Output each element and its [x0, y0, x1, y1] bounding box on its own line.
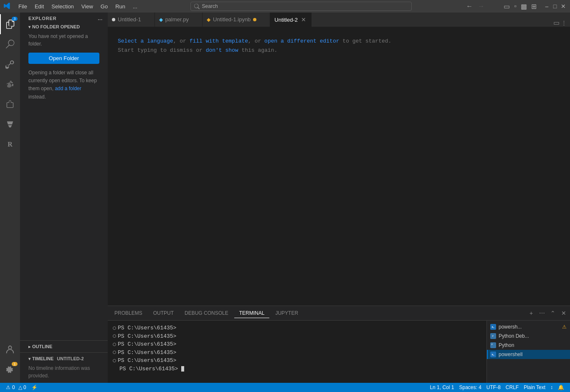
terminal-instance-2[interactable]: P Python Deb... — [487, 331, 570, 341]
toggle-sidebar-btn[interactable]: ▭ — [502, 2, 512, 11]
sidebar-more-actions[interactable]: ... — [98, 16, 103, 21]
sidebar-item-settings[interactable]: 1 — [0, 359, 20, 379]
tab-problems[interactable]: PROBLEMS — [109, 309, 147, 318]
sidebar-item-extensions[interactable] — [0, 94, 20, 114]
sidebar-item-search[interactable] — [0, 34, 20, 54]
main-layout: 3 R 1 EXPLORER — [0, 13, 570, 383]
tab-more-actions[interactable]: ⋮ — [561, 20, 567, 26]
terminal-line-2: PS C:\Users\61435> — [113, 332, 481, 341]
no-folder-section[interactable]: ▾ NO FOLDER OPENED — [20, 23, 108, 31]
close-button[interactable]: ✕ — [560, 3, 567, 10]
open-different-editor-link[interactable]: open a different editor — [264, 38, 339, 44]
tab-terminal[interactable]: TERMINAL — [234, 309, 270, 318]
python-icon: P — [490, 342, 496, 348]
terminal-more-btn[interactable]: ⋯ — [537, 309, 547, 318]
menu-view[interactable]: View — [78, 3, 96, 10]
tab-dot-untitled-1 — [112, 18, 115, 21]
select-language-link[interactable]: Select a language — [118, 38, 173, 44]
status-eol[interactable]: CRLF — [503, 384, 521, 390]
settings-badge: 1 — [12, 362, 18, 366]
split-editor-button[interactable]: ▭ — [553, 19, 560, 27]
tab-label-untitled-1: Untitled-1 — [118, 16, 141, 23]
status-ln-col[interactable]: Ln 1, Col 1 — [427, 384, 456, 390]
menu-edit[interactable]: Edit — [31, 3, 47, 10]
terminal-instance-label-3: Python — [499, 342, 514, 348]
toggle-editor-btn[interactable]: ▩ — [519, 2, 529, 11]
no-folder-message: You have not yet opened a folder. — [20, 31, 108, 51]
sidebar-item-source-control[interactable] — [0, 54, 20, 74]
tab-jupyter[interactable]: JUPYTER — [270, 309, 303, 318]
menu-file[interactable]: File — [15, 3, 30, 10]
bell-icon: 🔔 — [558, 384, 564, 390]
timeline-section-header[interactable]: ▾ TIMELINE Untitled-2 — [20, 354, 108, 363]
menu-more[interactable]: ... — [129, 3, 141, 10]
nav-back[interactable]: ← — [464, 3, 474, 10]
status-spaces[interactable]: Spaces: 4 — [456, 384, 484, 390]
tab-palmer-py[interactable]: ◆ palmer.py ✕ — [155, 13, 203, 27]
active-indicator — [487, 350, 488, 359]
terminal-instance-label-4: powershell — [499, 352, 522, 357]
terminal-instance-3[interactable]: P Python — [487, 341, 570, 350]
sidebar-title: EXPLORER — [28, 16, 57, 21]
add-folder-link[interactable]: add a folder — [55, 86, 81, 91]
status-language[interactable]: Plain Text — [521, 384, 548, 390]
sidebar-item-explorer[interactable]: 3 — [0, 14, 20, 34]
status-notifications[interactable]: 🔔 — [555, 384, 567, 390]
status-indent[interactable]: ↕ — [548, 384, 555, 390]
menu-selection[interactable]: Selection — [48, 3, 77, 10]
status-encoding[interactable]: UTF-8 — [484, 384, 503, 390]
terminal-instance-4[interactable]: powershell — [487, 350, 570, 359]
sidebar-item-testing[interactable] — [0, 114, 20, 134]
opening-info: Opening a folder will close all currentl… — [20, 66, 108, 104]
tab-close-untitled-2[interactable]: ✕ — [300, 16, 307, 23]
terminal-maximize-btn[interactable]: ⌃ — [548, 309, 557, 318]
terminal-line-4: PS C:\Users\61435> — [113, 349, 481, 357]
timeline-label: TIMELINE — [32, 356, 53, 361]
tab-debug-console[interactable]: DEBUG CONSOLE — [180, 309, 233, 318]
terminal-close-btn[interactable]: ✕ — [559, 309, 568, 318]
outline-section-header[interactable]: ▸ OUTLINE — [20, 342, 108, 351]
tab-output[interactable]: OUTPUT — [148, 309, 179, 318]
layout-more-btn[interactable]: ⊞ — [529, 2, 538, 11]
terminal-instance-1[interactable]: powersh... ⚠ — [487, 322, 570, 331]
tab-untitled-1[interactable]: Untitled-1 ✕ — [108, 13, 155, 27]
sidebar-item-r-extension[interactable]: R — [0, 134, 20, 154]
editor-content[interactable]: Select a language, or fill with template… — [108, 27, 570, 306]
svg-text:P: P — [491, 344, 493, 346]
status-bar: ⚠ 0 △ 0 ⚡ Ln 1, Col 1 Spaces: 4 UTF-8 CR… — [0, 383, 570, 392]
powershell-icon-1 — [490, 324, 496, 330]
status-lightning[interactable]: ⚡ — [29, 383, 40, 392]
status-errors-warnings[interactable]: ⚠ 0 △ 0 — [3, 383, 29, 392]
tab-actions: ▭ ⋮ — [550, 19, 570, 27]
sidebar-item-accounts[interactable] — [0, 339, 20, 359]
explorer-badge: 3 — [12, 17, 18, 21]
terminal-instance-label-2: Python Deb... — [499, 333, 529, 339]
activity-bar: 3 R 1 — [0, 13, 20, 383]
status-eol-text: CRLF — [506, 384, 519, 390]
nav-forward[interactable]: → — [476, 3, 486, 10]
terminal-line-3: PS C:\Users\61435> — [113, 340, 481, 349]
open-folder-button[interactable]: Open Folder — [28, 53, 99, 64]
menu-go[interactable]: Go — [97, 3, 111, 10]
editor-area: Untitled-1 ✕ ◆ palmer.py ✕ ◆ Untitled-1.… — [108, 13, 570, 383]
terminal-new-btn[interactable]: + — [527, 309, 536, 318]
minimize-button[interactable]: ‒ — [543, 3, 550, 10]
tab-modified-ipynb — [253, 18, 256, 21]
sidebar-item-run-debug[interactable] — [0, 74, 20, 94]
search-input[interactable]: Search — [190, 2, 412, 11]
dont-show-link[interactable]: don't show — [206, 47, 238, 53]
tab-untitled-1-ipynb[interactable]: ◆ Untitled-1.ipynb ✕ — [203, 13, 270, 27]
terminal-line-5: PS C:\Users\61435> — [113, 357, 481, 365]
tab-untitled-2[interactable]: Untitled-2 ✕ — [270, 13, 312, 27]
outline-label: OUTLINE — [32, 344, 52, 349]
terminal-main[interactable]: PS C:\Users\61435> PS C:\Users\61435> PS… — [108, 321, 486, 383]
fill-template-link[interactable]: fill with template — [190, 38, 248, 44]
menu-run[interactable]: Run — [112, 3, 129, 10]
terminal-line-6: PS C:\Users\61435> — [113, 365, 481, 373]
editor-welcome: Select a language, or fill with template… — [108, 32, 570, 59]
status-bar-right: Ln 1, Col 1 Spaces: 4 UTF-8 CRLF Plain T… — [427, 384, 567, 390]
sidebar-header: EXPLORER ... — [20, 13, 108, 23]
terminal-panel: PROBLEMS OUTPUT DEBUG CONSOLE TERMINAL J… — [108, 306, 570, 383]
restore-button[interactable]: □ — [552, 3, 558, 10]
toggle-panel-btn[interactable]: ▫ — [512, 2, 518, 11]
